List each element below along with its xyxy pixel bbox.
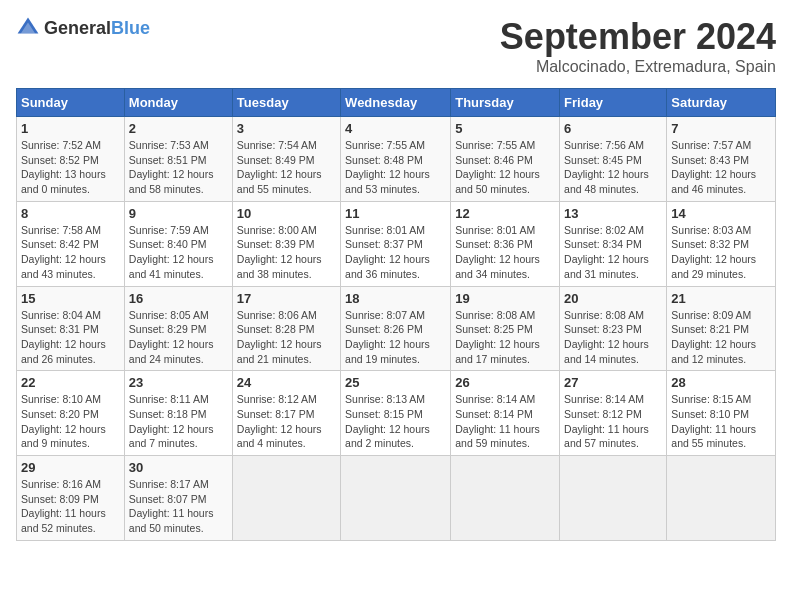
day-number: 19 bbox=[455, 291, 555, 306]
day-info: Sunrise: 8:06 AM Sunset: 8:28 PM Dayligh… bbox=[237, 308, 336, 367]
calendar-cell: 23Sunrise: 8:11 AM Sunset: 8:18 PM Dayli… bbox=[124, 371, 232, 456]
day-number: 15 bbox=[21, 291, 120, 306]
day-number: 9 bbox=[129, 206, 228, 221]
calendar-cell: 17Sunrise: 8:06 AM Sunset: 8:28 PM Dayli… bbox=[232, 286, 340, 371]
calendar-cell: 2Sunrise: 7:53 AM Sunset: 8:51 PM Daylig… bbox=[124, 117, 232, 202]
day-info: Sunrise: 7:57 AM Sunset: 8:43 PM Dayligh… bbox=[671, 138, 771, 197]
day-info: Sunrise: 8:17 AM Sunset: 8:07 PM Dayligh… bbox=[129, 477, 228, 536]
week-row-5: 29Sunrise: 8:16 AM Sunset: 8:09 PM Dayli… bbox=[17, 456, 776, 541]
header: GeneralBlue September 2024 Malcocinado, … bbox=[16, 16, 776, 76]
calendar-cell: 28Sunrise: 8:15 AM Sunset: 8:10 PM Dayli… bbox=[667, 371, 776, 456]
day-info: Sunrise: 8:10 AM Sunset: 8:20 PM Dayligh… bbox=[21, 392, 120, 451]
day-number: 27 bbox=[564, 375, 662, 390]
day-number: 20 bbox=[564, 291, 662, 306]
logo-text-general: General bbox=[44, 18, 111, 38]
header-sunday: Sunday bbox=[17, 89, 125, 117]
calendar-cell: 8Sunrise: 7:58 AM Sunset: 8:42 PM Daylig… bbox=[17, 201, 125, 286]
day-number: 8 bbox=[21, 206, 120, 221]
day-number: 12 bbox=[455, 206, 555, 221]
calendar-cell: 29Sunrise: 8:16 AM Sunset: 8:09 PM Dayli… bbox=[17, 456, 125, 541]
header-saturday: Saturday bbox=[667, 89, 776, 117]
day-info: Sunrise: 8:11 AM Sunset: 8:18 PM Dayligh… bbox=[129, 392, 228, 451]
week-row-2: 8Sunrise: 7:58 AM Sunset: 8:42 PM Daylig… bbox=[17, 201, 776, 286]
calendar-cell: 16Sunrise: 8:05 AM Sunset: 8:29 PM Dayli… bbox=[124, 286, 232, 371]
main-title: September 2024 bbox=[500, 16, 776, 58]
calendar-cell: 6Sunrise: 7:56 AM Sunset: 8:45 PM Daylig… bbox=[560, 117, 667, 202]
calendar-cell: 19Sunrise: 8:08 AM Sunset: 8:25 PM Dayli… bbox=[451, 286, 560, 371]
day-number: 22 bbox=[21, 375, 120, 390]
calendar-cell bbox=[232, 456, 340, 541]
calendar-cell: 7Sunrise: 7:57 AM Sunset: 8:43 PM Daylig… bbox=[667, 117, 776, 202]
title-area: September 2024 Malcocinado, Extremadura,… bbox=[500, 16, 776, 76]
day-info: Sunrise: 8:12 AM Sunset: 8:17 PM Dayligh… bbox=[237, 392, 336, 451]
calendar-cell: 20Sunrise: 8:08 AM Sunset: 8:23 PM Dayli… bbox=[560, 286, 667, 371]
day-number: 18 bbox=[345, 291, 446, 306]
day-number: 29 bbox=[21, 460, 120, 475]
day-info: Sunrise: 8:14 AM Sunset: 8:12 PM Dayligh… bbox=[564, 392, 662, 451]
day-info: Sunrise: 7:56 AM Sunset: 8:45 PM Dayligh… bbox=[564, 138, 662, 197]
day-info: Sunrise: 8:04 AM Sunset: 8:31 PM Dayligh… bbox=[21, 308, 120, 367]
day-info: Sunrise: 7:55 AM Sunset: 8:48 PM Dayligh… bbox=[345, 138, 446, 197]
day-number: 16 bbox=[129, 291, 228, 306]
day-number: 14 bbox=[671, 206, 771, 221]
calendar-table: SundayMondayTuesdayWednesdayThursdayFrid… bbox=[16, 88, 776, 541]
header-monday: Monday bbox=[124, 89, 232, 117]
day-info: Sunrise: 8:09 AM Sunset: 8:21 PM Dayligh… bbox=[671, 308, 771, 367]
day-info: Sunrise: 7:55 AM Sunset: 8:46 PM Dayligh… bbox=[455, 138, 555, 197]
day-number: 13 bbox=[564, 206, 662, 221]
calendar-cell: 5Sunrise: 7:55 AM Sunset: 8:46 PM Daylig… bbox=[451, 117, 560, 202]
calendar-cell: 4Sunrise: 7:55 AM Sunset: 8:48 PM Daylig… bbox=[341, 117, 451, 202]
calendar-cell bbox=[341, 456, 451, 541]
calendar-cell: 12Sunrise: 8:01 AM Sunset: 8:36 PM Dayli… bbox=[451, 201, 560, 286]
subtitle: Malcocinado, Extremadura, Spain bbox=[500, 58, 776, 76]
header-thursday: Thursday bbox=[451, 89, 560, 117]
calendar-cell: 22Sunrise: 8:10 AM Sunset: 8:20 PM Dayli… bbox=[17, 371, 125, 456]
calendar-cell: 18Sunrise: 8:07 AM Sunset: 8:26 PM Dayli… bbox=[341, 286, 451, 371]
day-number: 4 bbox=[345, 121, 446, 136]
day-number: 26 bbox=[455, 375, 555, 390]
day-info: Sunrise: 8:01 AM Sunset: 8:37 PM Dayligh… bbox=[345, 223, 446, 282]
day-info: Sunrise: 8:13 AM Sunset: 8:15 PM Dayligh… bbox=[345, 392, 446, 451]
calendar-cell: 14Sunrise: 8:03 AM Sunset: 8:32 PM Dayli… bbox=[667, 201, 776, 286]
calendar-cell: 11Sunrise: 8:01 AM Sunset: 8:37 PM Dayli… bbox=[341, 201, 451, 286]
calendar-cell: 15Sunrise: 8:04 AM Sunset: 8:31 PM Dayli… bbox=[17, 286, 125, 371]
calendar-cell: 10Sunrise: 8:00 AM Sunset: 8:39 PM Dayli… bbox=[232, 201, 340, 286]
day-info: Sunrise: 8:14 AM Sunset: 8:14 PM Dayligh… bbox=[455, 392, 555, 451]
day-info: Sunrise: 7:59 AM Sunset: 8:40 PM Dayligh… bbox=[129, 223, 228, 282]
week-row-4: 22Sunrise: 8:10 AM Sunset: 8:20 PM Dayli… bbox=[17, 371, 776, 456]
calendar-cell bbox=[667, 456, 776, 541]
day-number: 30 bbox=[129, 460, 228, 475]
day-number: 21 bbox=[671, 291, 771, 306]
header-wednesday: Wednesday bbox=[341, 89, 451, 117]
day-info: Sunrise: 8:08 AM Sunset: 8:23 PM Dayligh… bbox=[564, 308, 662, 367]
header-tuesday: Tuesday bbox=[232, 89, 340, 117]
calendar-cell: 30Sunrise: 8:17 AM Sunset: 8:07 PM Dayli… bbox=[124, 456, 232, 541]
logo-icon bbox=[16, 16, 40, 40]
day-number: 1 bbox=[21, 121, 120, 136]
calendar-cell: 21Sunrise: 8:09 AM Sunset: 8:21 PM Dayli… bbox=[667, 286, 776, 371]
day-info: Sunrise: 7:54 AM Sunset: 8:49 PM Dayligh… bbox=[237, 138, 336, 197]
day-info: Sunrise: 8:07 AM Sunset: 8:26 PM Dayligh… bbox=[345, 308, 446, 367]
day-number: 23 bbox=[129, 375, 228, 390]
day-number: 2 bbox=[129, 121, 228, 136]
calendar-cell: 27Sunrise: 8:14 AM Sunset: 8:12 PM Dayli… bbox=[560, 371, 667, 456]
day-info: Sunrise: 8:15 AM Sunset: 8:10 PM Dayligh… bbox=[671, 392, 771, 451]
week-row-1: 1Sunrise: 7:52 AM Sunset: 8:52 PM Daylig… bbox=[17, 117, 776, 202]
day-info: Sunrise: 8:01 AM Sunset: 8:36 PM Dayligh… bbox=[455, 223, 555, 282]
day-number: 24 bbox=[237, 375, 336, 390]
header-friday: Friday bbox=[560, 89, 667, 117]
day-number: 25 bbox=[345, 375, 446, 390]
day-info: Sunrise: 8:03 AM Sunset: 8:32 PM Dayligh… bbox=[671, 223, 771, 282]
day-info: Sunrise: 7:52 AM Sunset: 8:52 PM Dayligh… bbox=[21, 138, 120, 197]
day-number: 5 bbox=[455, 121, 555, 136]
day-number: 10 bbox=[237, 206, 336, 221]
day-number: 6 bbox=[564, 121, 662, 136]
day-info: Sunrise: 7:58 AM Sunset: 8:42 PM Dayligh… bbox=[21, 223, 120, 282]
calendar-cell: 3Sunrise: 7:54 AM Sunset: 8:49 PM Daylig… bbox=[232, 117, 340, 202]
week-row-3: 15Sunrise: 8:04 AM Sunset: 8:31 PM Dayli… bbox=[17, 286, 776, 371]
day-info: Sunrise: 8:02 AM Sunset: 8:34 PM Dayligh… bbox=[564, 223, 662, 282]
day-info: Sunrise: 8:08 AM Sunset: 8:25 PM Dayligh… bbox=[455, 308, 555, 367]
calendar-cell bbox=[451, 456, 560, 541]
calendar-cell: 24Sunrise: 8:12 AM Sunset: 8:17 PM Dayli… bbox=[232, 371, 340, 456]
day-number: 7 bbox=[671, 121, 771, 136]
